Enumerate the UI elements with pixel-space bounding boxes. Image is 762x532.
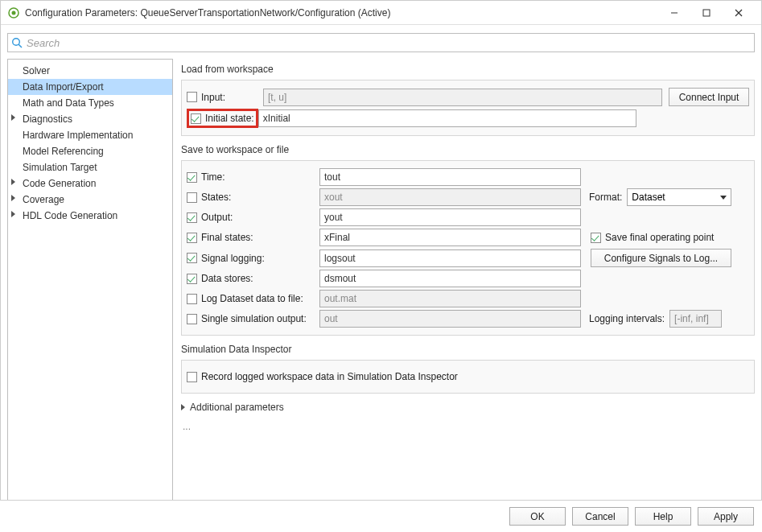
output-label: Output:	[201, 212, 233, 223]
ok-button[interactable]: OK	[509, 507, 566, 526]
cancel-button[interactable]: Cancel	[572, 507, 628, 526]
input-label: Input:	[201, 92, 225, 103]
sdi-section-title: Simulation Data Inspector	[181, 344, 755, 355]
save-op-checkbox[interactable]	[591, 233, 601, 243]
input-row: Input: Connect Input	[187, 88, 749, 106]
format-label: Format:	[589, 192, 622, 203]
output-field[interactable]	[319, 208, 581, 226]
dialog-footer: OK Cancel Help Apply	[0, 500, 762, 532]
single-out-field	[319, 310, 581, 328]
sidebar-item-simulation-target[interactable]: Simulation Target	[8, 159, 172, 175]
additional-parameters-label: Additional parameters	[190, 402, 284, 413]
help-button[interactable]: Help	[635, 507, 691, 526]
output-checkbox[interactable]	[187, 212, 197, 223]
sidebar-item-coverage[interactable]: Coverage	[8, 192, 172, 208]
svg-point-1	[12, 10, 16, 14]
format-value: Dataset	[632, 192, 665, 203]
sidebar-item-label: Simulation Target	[23, 162, 97, 173]
initial-state-checkbox[interactable]	[191, 113, 201, 124]
load-section-title: Load from workspace	[181, 64, 755, 75]
save-section-title: Save to workspace or file	[181, 144, 755, 155]
title-bar: Configuration Parameters: QueueServerTra…	[1, 1, 761, 25]
maximize-button[interactable]	[690, 1, 723, 25]
sidebar-item-diagnostics[interactable]: Diagnostics	[8, 111, 172, 127]
sidebar-item-label: Hardware Implementation	[23, 130, 133, 141]
sidebar-item-label: Code Generation	[23, 178, 96, 189]
signal-logging-checkbox[interactable]	[187, 253, 197, 263]
configure-signals-button[interactable]: Configure Signals to Log...	[591, 249, 731, 267]
category-sidebar: Solver Data Import/Export Math and Data …	[7, 59, 173, 509]
search-bar-container	[1, 25, 761, 59]
states-field	[319, 188, 581, 206]
logging-intervals-label: Logging intervals:	[589, 313, 665, 324]
logging-intervals-field	[669, 310, 722, 328]
initial-state-label: Initial state:	[205, 113, 254, 124]
sdi-section-group: Record logged workspace data in Simulati…	[181, 360, 755, 394]
sidebar-item-label: Diagnostics	[23, 113, 72, 125]
sidebar-item-label: Data Import/Export	[23, 81, 104, 93]
time-label: Time:	[201, 171, 225, 183]
initial-state-field[interactable]	[258, 109, 636, 127]
log-file-checkbox[interactable]	[187, 294, 197, 304]
search-bar[interactable]	[7, 33, 755, 52]
initial-state-highlight: Initial state:	[187, 109, 258, 128]
sidebar-item-model-referencing[interactable]: Model Referencing	[8, 143, 172, 159]
signal-logging-field[interactable]	[319, 250, 581, 267]
signal-logging-label: Signal logging:	[201, 253, 265, 264]
sidebar-item-label: Coverage	[23, 194, 64, 205]
minimize-button[interactable]	[658, 1, 690, 25]
sidebar-item-label: Solver	[23, 65, 50, 76]
sdi-record-checkbox[interactable]	[187, 372, 197, 382]
initial-state-row: Initial state:	[187, 109, 749, 128]
save-op-label: Save final operating point	[605, 232, 714, 243]
sidebar-item-data-import-export[interactable]: Data Import/Export	[8, 79, 172, 95]
final-states-label: Final states:	[201, 232, 253, 243]
sidebar-item-label: HDL Code Generation	[23, 210, 117, 221]
save-section-group: Time: States: Format: Dataset Output: Fi…	[181, 160, 755, 336]
final-states-field[interactable]	[319, 229, 581, 246]
chevron-down-icon	[720, 196, 727, 200]
single-out-checkbox[interactable]	[187, 314, 197, 324]
connect-input-button[interactable]: Connect Input	[669, 88, 749, 106]
sidebar-item-label: Model Referencing	[23, 146, 104, 157]
search-input[interactable]	[27, 37, 751, 49]
apply-button[interactable]: Apply	[698, 507, 754, 526]
svg-point-6	[13, 38, 20, 45]
load-section-group: Input: Connect Input Initial state:	[181, 80, 755, 136]
additional-parameters-expander[interactable]: Additional parameters	[181, 402, 755, 413]
expand-icon	[11, 195, 15, 201]
time-checkbox[interactable]	[187, 172, 197, 183]
close-button[interactable]	[723, 1, 755, 25]
states-checkbox[interactable]	[187, 192, 197, 203]
final-states-checkbox[interactable]	[187, 233, 197, 243]
sidebar-item-hdl-code-generation[interactable]: HDL Code Generation	[8, 208, 172, 224]
expand-icon	[11, 211, 15, 217]
content-pane: Load from workspace Input: Connect Input…	[176, 59, 755, 509]
svg-line-7	[19, 44, 22, 47]
more-indicator: ...	[183, 421, 755, 432]
search-icon	[11, 37, 23, 49]
svg-rect-3	[703, 10, 710, 16]
input-field	[263, 89, 662, 106]
time-field[interactable]	[319, 168, 581, 186]
data-stores-label: Data stores:	[201, 273, 253, 284]
states-label: States:	[201, 192, 231, 203]
sidebar-item-code-generation[interactable]: Code Generation	[8, 175, 172, 192]
log-file-field	[319, 290, 581, 307]
log-file-label: Log Dataset data to file:	[201, 293, 303, 304]
expand-icon	[181, 404, 185, 410]
format-dropdown[interactable]: Dataset	[627, 188, 731, 206]
sdi-record-label: Record logged workspace data in Simulati…	[201, 371, 458, 382]
single-out-label: Single simulation output:	[201, 313, 307, 324]
data-stores-field[interactable]	[319, 270, 581, 287]
window-title: Configuration Parameters: QueueServerTra…	[25, 7, 658, 19]
sidebar-item-label: Math and Data Types	[23, 97, 114, 109]
expand-icon	[11, 179, 15, 185]
expand-icon	[11, 114, 15, 121]
input-checkbox[interactable]	[187, 92, 197, 102]
app-icon	[7, 6, 20, 19]
data-stores-checkbox[interactable]	[187, 274, 197, 284]
sidebar-item-solver[interactable]: Solver	[8, 63, 172, 79]
sidebar-item-math-data-types[interactable]: Math and Data Types	[8, 95, 172, 111]
sidebar-item-hardware-implementation[interactable]: Hardware Implementation	[8, 127, 172, 143]
